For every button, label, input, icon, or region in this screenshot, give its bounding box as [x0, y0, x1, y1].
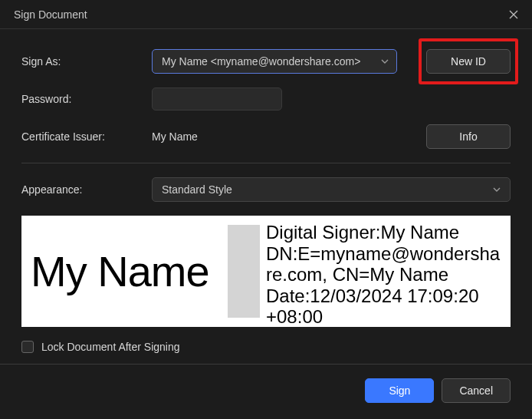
close-button[interactable] [503, 4, 524, 25]
field-sign-as: My Name <myname@wondershare.com> New ID [152, 49, 511, 74]
appearance-select[interactable]: Standard Style [152, 177, 511, 202]
divider [21, 163, 511, 163]
label-appearance: Appearance: [21, 183, 152, 196]
close-icon [509, 10, 518, 19]
chevron-down-icon [381, 59, 389, 64]
info-label: Info [459, 130, 477, 143]
sign-button[interactable]: Sign [365, 378, 434, 403]
row-cert-issuer: Certificate Issuer: My Name Info [21, 124, 511, 149]
field-cert-issuer: My Name Info [152, 124, 511, 149]
preview-left: My Name [31, 220, 266, 322]
field-password [152, 87, 511, 111]
info-btn-wrap: Info [426, 124, 511, 149]
titlebar: Sign Document [0, 0, 532, 29]
sign-as-value: My Name <myname@wondershare.com> [162, 55, 360, 68]
dialog-body: Sign As: My Name <myname@wondershare.com… [0, 29, 532, 411]
sign-as-select[interactable]: My Name <myname@wondershare.com> [152, 49, 397, 74]
label-password: Password: [21, 93, 152, 105]
chevron-down-icon [493, 187, 501, 192]
row-password: Password: [21, 87, 511, 111]
row-appearance: Appearance: Standard Style [21, 177, 511, 202]
preview-line2: DN:E=myname@wondershare.com, CN=My Name [266, 243, 500, 285]
new-id-label: New ID [451, 55, 486, 68]
lock-label: Lock Document After Signing [41, 341, 180, 353]
cancel-label: Cancel [459, 384, 493, 397]
cert-issuer-value: My Name [152, 130, 198, 143]
label-cert-issuer: Certificate Issuer: [21, 130, 152, 143]
password-input[interactable] [152, 87, 282, 111]
sign-label: Sign [389, 384, 410, 397]
preview-line1: Digital Signer:My Name [266, 222, 459, 242]
lock-checkbox[interactable] [21, 341, 34, 353]
signature-preview: My Name Digital Signer:My Name DN:E=myna… [21, 216, 511, 327]
footer: Sign Cancel [0, 364, 532, 403]
preview-line3: Date:12/03/2024 17:09:20 +08:00 [266, 285, 479, 328]
window-title: Sign Document [14, 8, 87, 21]
new-id-button[interactable]: New ID [426, 49, 511, 74]
preview-band [228, 225, 260, 318]
new-id-wrap: New ID [426, 49, 511, 74]
preview-right: Digital Signer:My Name DN:E=myname@wonde… [266, 220, 501, 322]
preview-name: My Name [31, 246, 209, 296]
appearance-value: Standard Style [162, 183, 232, 196]
label-sign-as: Sign As: [21, 55, 152, 68]
lock-row: Lock Document After Signing [21, 341, 511, 353]
cancel-button[interactable]: Cancel [442, 378, 511, 403]
row-sign-as: Sign As: My Name <myname@wondershare.com… [21, 49, 511, 74]
info-button[interactable]: Info [426, 124, 511, 149]
